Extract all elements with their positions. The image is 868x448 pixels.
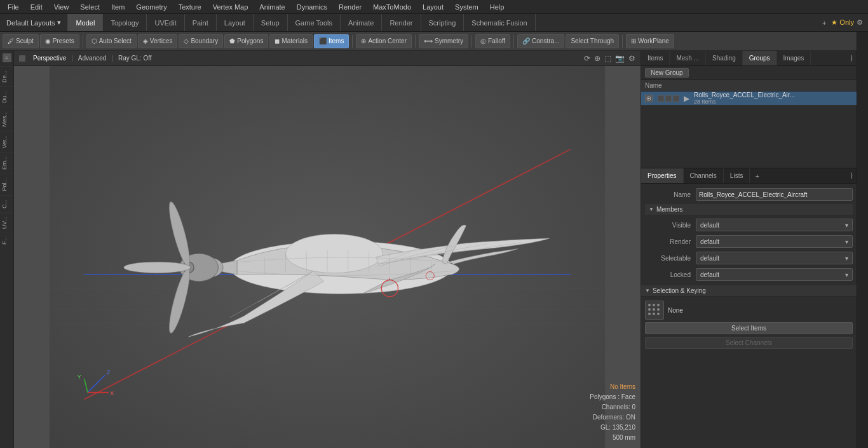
vertices-button[interactable]: ◈ Vertices xyxy=(138,34,178,48)
layout-plus-icon[interactable]: + xyxy=(820,19,829,27)
select-through-button[interactable]: Select Through xyxy=(566,34,619,48)
boundary-button[interactable]: ◇ Boundary xyxy=(179,34,223,48)
sel-toggle[interactable] xyxy=(665,95,672,102)
materials-button[interactable]: ◼ Materials xyxy=(269,34,313,48)
prop-row-name: Name xyxy=(645,187,853,201)
layout-settings-icon[interactable]: ⚙ xyxy=(857,18,863,27)
sidebar-item-f[interactable]: F... xyxy=(0,233,13,248)
menu-item-help[interactable]: Help xyxy=(485,2,510,12)
menu-item-vertexmap[interactable]: Vertex Map xyxy=(208,2,254,12)
rp-tab-mesh[interactable]: Mesh ... xyxy=(670,51,706,65)
tab-gametools[interactable]: Game Tools xyxy=(288,14,341,31)
viewport-settings-icon[interactable]: ⚙ xyxy=(628,54,635,63)
action-center-button[interactable]: ⊕ Action Center xyxy=(356,34,412,48)
tab-setup[interactable]: Setup xyxy=(254,14,288,31)
rp-tab-shading[interactable]: Shading xyxy=(706,51,743,65)
sidebar-item-c[interactable]: C... xyxy=(0,195,13,212)
group-row-0[interactable]: ▶ Rolls_Royce_ACCEL_Electric_Air... 28 I… xyxy=(641,92,857,105)
viewport-menu-icon[interactable] xyxy=(19,55,25,62)
constraints-button[interactable]: 🔗 Constra... xyxy=(517,34,564,48)
symmetry-button[interactable]: ⟺ Symmetry xyxy=(419,34,468,48)
eye-icon[interactable] xyxy=(645,95,653,102)
presets-button[interactable]: ◉ Presets xyxy=(40,34,79,48)
tab-uvedit[interactable]: UVEdit xyxy=(147,14,184,31)
right-panel: Items Mesh ... Shading Groups Images ⟩ N… xyxy=(641,51,857,448)
tab-paint[interactable]: Paint xyxy=(185,14,217,31)
props-tab-properties[interactable]: Properties xyxy=(641,168,684,183)
viewport-canvas[interactable]: Z X Y No Items Polygons : Face Channels:… xyxy=(14,66,641,448)
viewport-camera-icon[interactable]: 📷 xyxy=(615,54,625,63)
sidebar-toggle[interactable]: ≡ xyxy=(3,53,11,62)
workplane-button[interactable]: ⊞ WorkPlane xyxy=(626,34,674,48)
tab-animate[interactable]: Animate xyxy=(341,14,382,31)
sidebar-item-du[interactable]: Du... xyxy=(0,86,13,107)
tab-schematic-fusion[interactable]: Schematic Fusion xyxy=(464,14,535,31)
sidebar-item-ver[interactable]: Ver... xyxy=(0,131,13,153)
members-section-header[interactable]: ▼ Members xyxy=(645,204,853,215)
lock-toggle[interactable] xyxy=(673,95,679,102)
right-vtabs xyxy=(857,32,868,413)
viewport-rotate-icon[interactable]: ⟳ xyxy=(584,54,590,63)
menu-item-item[interactable]: Item xyxy=(106,2,130,12)
layout-dropdown[interactable]: Default Layouts ▾ xyxy=(0,14,68,31)
viewport-header: Perspective | Advanced | Ray GL: Off ⟳ ⊕… xyxy=(14,51,641,66)
viewport-zoom-icon[interactable]: ⊕ xyxy=(594,54,600,63)
tab-layout[interactable]: Layout xyxy=(217,14,254,31)
menu-item-geometry[interactable]: Geometry xyxy=(131,2,172,12)
props-tab-lists[interactable]: Lists xyxy=(724,168,750,183)
menu-item-file[interactable]: File xyxy=(3,2,24,12)
menu-item-dynamics[interactable]: Dynamics xyxy=(292,2,332,12)
sidebar-item-pol[interactable]: Pol... xyxy=(0,173,13,195)
constraints-label: Constra... xyxy=(532,37,559,44)
visible-select[interactable]: default ▾ xyxy=(696,219,853,231)
locked-dropdown-arrow-icon: ▾ xyxy=(845,271,848,278)
viewport-fit-icon[interactable]: ⬚ xyxy=(604,54,611,63)
render-toggle[interactable] xyxy=(658,95,664,102)
sidebar-item-de[interactable]: De... xyxy=(0,66,13,86)
dot-3 xyxy=(657,304,660,306)
polygons-button[interactable]: ⬟ Polygons xyxy=(224,34,268,48)
props-tab-plus[interactable]: + xyxy=(751,172,763,180)
tab-model[interactable]: Model xyxy=(68,14,103,31)
name-input[interactable] xyxy=(696,188,853,201)
rp-tab-items[interactable]: Items xyxy=(641,51,670,65)
selectable-select[interactable]: default ▾ xyxy=(696,252,853,264)
render-label: Render xyxy=(645,238,696,245)
falloff-label: Falloff xyxy=(488,37,505,44)
menu-item-view[interactable]: View xyxy=(49,2,74,12)
locked-select[interactable]: default ▾ xyxy=(696,268,853,281)
sel-keying-triangle-icon: ▼ xyxy=(645,288,650,294)
props-tab-channels[interactable]: Channels xyxy=(684,168,724,183)
selectable-dropdown-arrow-icon: ▾ xyxy=(845,255,848,262)
items-button[interactable]: ⬛ Items xyxy=(314,34,349,48)
rp-expand-icon[interactable]: ⟩ xyxy=(846,54,857,62)
sel-keying-icon-button[interactable] xyxy=(645,301,664,320)
menu-item-edit[interactable]: Edit xyxy=(25,2,48,12)
new-group-button[interactable]: New Group xyxy=(645,68,689,78)
menu-item-texture[interactable]: Texture xyxy=(173,2,207,12)
rp-tab-images[interactable]: Images xyxy=(777,51,811,65)
star-only-label[interactable]: ★ Only xyxy=(831,18,854,27)
tab-topology[interactable]: Topology xyxy=(103,14,147,31)
sel-keying-section-header[interactable]: ▼ Selection & Keying xyxy=(641,285,857,297)
menu-item-render[interactable]: Render xyxy=(334,2,367,12)
rp-tab-groups[interactable]: Groups xyxy=(743,51,777,65)
sidebar-item-uv[interactable]: UV... xyxy=(0,212,13,233)
menu-item-layout[interactable]: Layout xyxy=(417,2,449,12)
presets-label: Presets xyxy=(53,37,74,44)
auto-select-button[interactable]: ⬡ Auto Select xyxy=(86,34,137,48)
falloff-button[interactable]: ◎ Falloff xyxy=(475,34,510,48)
sidebar-item-em[interactable]: Em... xyxy=(0,152,13,173)
menu-item-animate[interactable]: Animate xyxy=(254,2,290,12)
tab-scripting[interactable]: Scripting xyxy=(421,14,465,31)
sidebar-item-mes[interactable]: Mes... xyxy=(0,107,13,131)
select-channels-button[interactable]: Select Channels xyxy=(645,337,853,349)
menu-item-maxtomodo[interactable]: MaxToModo xyxy=(368,2,416,12)
props-expand-icon[interactable]: ⟩ xyxy=(846,172,857,180)
menu-item-select[interactable]: Select xyxy=(75,2,105,12)
tab-render[interactable]: Render xyxy=(382,14,421,31)
render-select[interactable]: default ▾ xyxy=(696,235,853,248)
menu-item-system[interactable]: System xyxy=(450,2,484,12)
select-items-button[interactable]: Select Items xyxy=(645,322,853,334)
sculpt-button[interactable]: 🖊 Sculpt xyxy=(3,34,39,48)
